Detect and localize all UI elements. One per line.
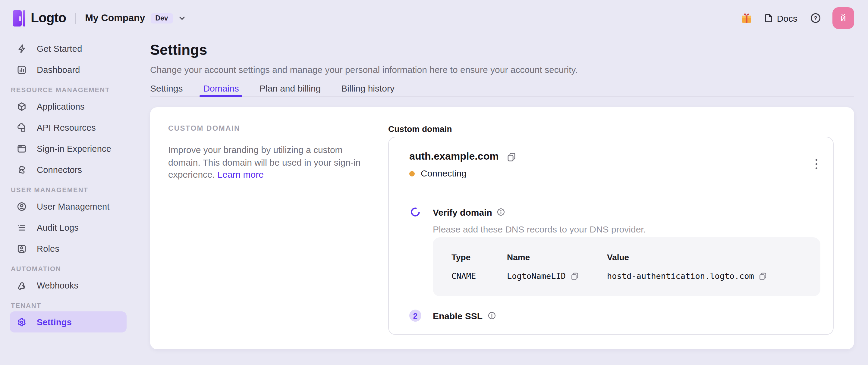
topbar-divider <box>75 12 76 24</box>
domain-name: auth.example.com <box>409 151 499 163</box>
id-card-icon <box>17 244 27 253</box>
spinner-icon <box>409 206 421 218</box>
custom-domain-field-column: Custom domain auth.example.com Connectin… <box>388 124 834 335</box>
dns-record-name: LogtoNameLID <box>507 271 607 281</box>
section-label: CUSTOM DOMAIN <box>168 124 368 133</box>
page-description: Change your account settings and manage … <box>150 64 854 76</box>
cloud-node-icon <box>17 123 27 132</box>
dns-record-type: CNAME <box>452 271 507 281</box>
avatar[interactable]: й <box>832 7 854 29</box>
docs-label: Docs <box>777 13 798 23</box>
sidebar-item-roles[interactable]: Roles <box>10 238 127 259</box>
webhook-icon <box>17 280 27 290</box>
status-text: Connecting <box>421 167 467 179</box>
document-icon <box>764 13 773 23</box>
custom-domain-card: CUSTOM DOMAIN Improve your branding by u… <box>150 107 854 349</box>
step-connector-line <box>415 221 415 308</box>
dns-header-name: Name <box>507 252 607 263</box>
browser-window-icon <box>17 144 27 153</box>
main-content: Settings Change your account settings an… <box>135 41 868 349</box>
page-title: Settings <box>150 41 854 59</box>
learn-more-link[interactable]: Learn more <box>217 169 264 179</box>
list-icon <box>17 223 27 232</box>
sidebar-item-user-management[interactable]: User Management <box>10 196 127 217</box>
step-enable-ssl: 2 Enable SSL <box>409 309 820 322</box>
tenant-selector[interactable]: My Company Dev <box>85 13 185 24</box>
sidebar-section-tenant: TENANT <box>11 299 135 311</box>
gift-icon[interactable] <box>741 12 752 24</box>
help-icon[interactable]: ? <box>810 13 821 24</box>
verify-domain-description: Please add these DNS records to your DNS… <box>433 224 820 235</box>
info-icon[interactable] <box>487 311 496 320</box>
dns-header-value: Value <box>607 252 808 263</box>
sidebar-item-applications[interactable]: Applications <box>10 96 127 117</box>
logo-text: Logto <box>31 10 66 26</box>
copy-domain-button[interactable] <box>507 152 516 161</box>
info-icon[interactable] <box>497 208 505 216</box>
sidebar-section-automation: AUTOMATION <box>11 262 135 275</box>
sidebar-item-sign-in-experience[interactable]: Sign-in Experience <box>10 138 127 159</box>
step-verify-domain: Verify domain Please add these DNS recor… <box>409 206 820 296</box>
docs-button[interactable]: Docs <box>764 13 798 23</box>
chevron-down-icon <box>179 14 186 22</box>
domain-card-body: Verify domain Please add these DNS recor… <box>389 190 833 334</box>
domain-status-card: auth.example.com Connecting <box>388 137 834 335</box>
dns-records-table: Type Name Value CNAME LogtoNameLID hostd… <box>433 237 820 296</box>
dns-record-value: hostd-authentication.logto.com <box>607 271 808 281</box>
topbar: Logto My Company Dev <box>0 0 868 36</box>
bar-chart-icon <box>17 65 27 74</box>
user-circle-icon <box>17 201 27 211</box>
domain-card-header: auth.example.com Connecting <box>389 137 833 190</box>
tenant-name: My Company <box>85 13 145 24</box>
tab-billing-history[interactable]: Billing history <box>341 83 395 96</box>
custom-domain-field-label: Custom domain <box>388 124 834 134</box>
gear-icon <box>17 317 27 327</box>
env-badge: Dev <box>150 13 173 23</box>
tab-domains[interactable]: Domains <box>203 83 239 96</box>
sidebar-item-settings[interactable]: Settings <box>10 311 127 332</box>
sidebar-item-get-started[interactable]: Get Started <box>10 38 127 59</box>
sidebar-item-dashboard[interactable]: Dashboard <box>10 59 127 80</box>
tab-settings[interactable]: Settings <box>150 83 183 96</box>
copy-value-button[interactable] <box>759 272 767 280</box>
clouds-icon <box>17 165 27 174</box>
domain-status: Connecting <box>409 167 818 179</box>
logto-logo-icon <box>13 10 25 26</box>
sidebar-item-audit-logs[interactable]: Audit Logs <box>10 217 127 238</box>
dns-header-type: Type <box>452 252 507 263</box>
lightning-icon <box>17 44 27 53</box>
sidebar-section-resource-management: RESOURCE MANAGEMENT <box>11 83 135 96</box>
sidebar-item-api-resources[interactable]: API Resources <box>10 117 127 138</box>
cube-icon <box>17 101 27 111</box>
section-description: Improve your branding by utilizing a cus… <box>168 144 368 181</box>
sidebar-section-user-management: USER MANAGEMENT <box>11 183 135 196</box>
svg-text:?: ? <box>814 15 817 22</box>
copy-name-button[interactable] <box>570 272 578 280</box>
tab-bar: Settings Domains Plan and billing Billin… <box>150 83 854 97</box>
step-2-badge: 2 <box>409 309 421 322</box>
verify-domain-title: Verify domain <box>433 207 492 217</box>
enable-ssl-title: Enable SSL <box>433 310 483 321</box>
sidebar: Get Started Dashboard RESOURCE MANAGEMEN… <box>0 36 135 332</box>
status-dot <box>409 171 415 176</box>
sidebar-item-connectors[interactable]: Connectors <box>10 159 127 180</box>
sidebar-item-webhooks[interactable]: Webhooks <box>10 275 127 296</box>
kebab-menu-button[interactable] <box>813 157 820 172</box>
section-info-column: CUSTOM DOMAIN Improve your branding by u… <box>168 124 368 181</box>
tab-plan-and-billing[interactable]: Plan and billing <box>259 83 321 96</box>
